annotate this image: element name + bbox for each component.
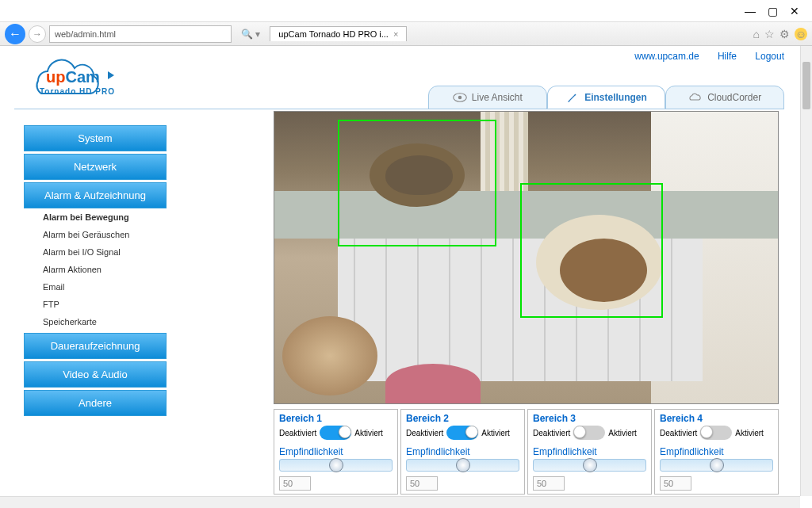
zone-1-slider[interactable] bbox=[279, 459, 393, 472]
link-logout[interactable]: Logout bbox=[755, 51, 784, 62]
subitem-motion[interactable]: Alarm bei Bewegung bbox=[24, 208, 167, 226]
sidebar-network[interactable]: Netzwerk bbox=[24, 154, 167, 180]
zone-2-slider[interactable] bbox=[406, 459, 519, 472]
minimize-button[interactable]: — bbox=[739, 3, 761, 19]
sidebar-system[interactable]: System bbox=[24, 125, 167, 151]
brand-logo: upCam Tornado HD PRO bbox=[22, 57, 141, 98]
zone-title: Bereich 1 bbox=[279, 413, 393, 424]
window-titlebar: — ▢ ✕ bbox=[0, 0, 812, 22]
browser-toolbar: ← → web/admin.html 🔍 ▾ upCam Tornado HD … bbox=[0, 22, 812, 46]
browser-tab[interactable]: upCam Tornado HD PRO i... × bbox=[270, 26, 407, 41]
logo-model: Tornado HD PRO bbox=[40, 87, 115, 96]
search-icon[interactable]: 🔍 ▾ bbox=[235, 29, 266, 40]
subitem-io[interactable]: Alarm bei I/O Signal bbox=[24, 243, 167, 261]
tab-cloudcorder[interactable]: CloudCorder bbox=[665, 86, 784, 109]
zone-settings: Bereich 1 Deaktiviert Aktiviert Empfindl… bbox=[274, 409, 779, 495]
zone-title: Bereich 2 bbox=[406, 413, 519, 424]
zone-2-toggle[interactable] bbox=[446, 426, 478, 440]
zone-3-toggle[interactable] bbox=[573, 426, 605, 440]
subitem-sound[interactable]: Alarm bei Geräuschen bbox=[24, 226, 167, 243]
zone-title: Bereich 4 bbox=[660, 413, 773, 424]
logo-cam: Cam bbox=[65, 68, 99, 86]
zone-4: Bereich 4 Deaktiviert Aktiviert Empfindl… bbox=[654, 409, 779, 495]
sidebar-alarm-submenu: Alarm bei Bewegung Alarm bei Geräuschen … bbox=[24, 208, 167, 330]
sidebar: System Netzwerk Alarm & Aufzeichnung Ala… bbox=[24, 125, 167, 418]
zone-2-value[interactable]: 50 bbox=[406, 476, 438, 491]
main-tabs: Live Ansicht Einstellungen CloudCorder bbox=[428, 86, 784, 109]
page: www.upcam.de Hilfe Logout upCam Tornado … bbox=[0, 46, 812, 508]
favorites-icon[interactable]: ☆ bbox=[764, 28, 775, 40]
maximize-button[interactable]: ▢ bbox=[761, 3, 783, 19]
zone-4-slider[interactable] bbox=[660, 459, 773, 472]
address-bar[interactable]: web/admin.html bbox=[49, 25, 232, 43]
sidebar-other[interactable]: Andere bbox=[24, 390, 167, 416]
zone-4-toggle[interactable] bbox=[700, 426, 732, 440]
zone-1-toggle[interactable] bbox=[320, 426, 351, 440]
sidebar-recording[interactable]: Daueraufzeichnung bbox=[24, 333, 167, 359]
zone-1: Bereich 1 Deaktiviert Aktiviert Empfindl… bbox=[274, 409, 398, 495]
zone-1-value[interactable]: 50 bbox=[279, 476, 311, 491]
tab-live[interactable]: Live Ansicht bbox=[428, 86, 547, 109]
detection-zone-1[interactable] bbox=[338, 120, 496, 246]
sidebar-av[interactable]: Video & Audio bbox=[24, 361, 167, 388]
scrollbar-horizontal[interactable] bbox=[0, 496, 800, 508]
back-button[interactable]: ← bbox=[5, 24, 25, 44]
tab-settings[interactable]: Einstellungen bbox=[547, 86, 666, 109]
link-site[interactable]: www.upcam.de bbox=[634, 51, 699, 62]
zone-3: Bereich 3 Deaktiviert Aktiviert Empfindl… bbox=[527, 409, 652, 495]
settings-icon[interactable]: ⚙ bbox=[779, 28, 790, 40]
sidebar-alarm[interactable]: Alarm & Aufzeichnung bbox=[24, 182, 167, 208]
video-preview[interactable] bbox=[274, 111, 779, 404]
top-links: www.upcam.de Hilfe Logout bbox=[619, 51, 784, 62]
zone-2: Bereich 2 Deaktiviert Aktiviert Empfindl… bbox=[400, 409, 525, 495]
detection-zone-2[interactable] bbox=[520, 183, 663, 318]
zone-title: Bereich 3 bbox=[533, 413, 646, 424]
logo-up: up bbox=[46, 68, 65, 86]
zone-4-value[interactable]: 50 bbox=[660, 476, 691, 491]
zone-3-value[interactable]: 50 bbox=[533, 476, 565, 491]
feedback-icon[interactable]: ☺ bbox=[795, 28, 807, 40]
svg-marker-0 bbox=[108, 71, 114, 79]
subitem-storage[interactable]: Speicherkarte bbox=[24, 313, 167, 330]
browser-actions: ⌂ ☆ ⚙ ☺ bbox=[753, 28, 807, 40]
close-tab-icon[interactable]: × bbox=[393, 29, 398, 39]
scrollbar-vertical[interactable] bbox=[800, 46, 812, 496]
subitem-ftp[interactable]: FTP bbox=[24, 296, 167, 313]
home-icon[interactable]: ⌂ bbox=[753, 28, 760, 40]
svg-point-2 bbox=[458, 96, 462, 100]
subitem-email[interactable]: Email bbox=[24, 278, 167, 296]
forward-button[interactable]: → bbox=[29, 25, 46, 43]
main-content: Bereich 1 Deaktiviert Aktiviert Empfindl… bbox=[274, 111, 781, 508]
link-help[interactable]: Hilfe bbox=[718, 51, 737, 62]
close-button[interactable]: ✕ bbox=[783, 3, 806, 19]
subitem-actions[interactable]: Alarm Aktionen bbox=[24, 261, 167, 278]
zone-3-slider[interactable] bbox=[533, 459, 646, 472]
tab-title: upCam Tornado HD PRO i... bbox=[278, 29, 389, 39]
